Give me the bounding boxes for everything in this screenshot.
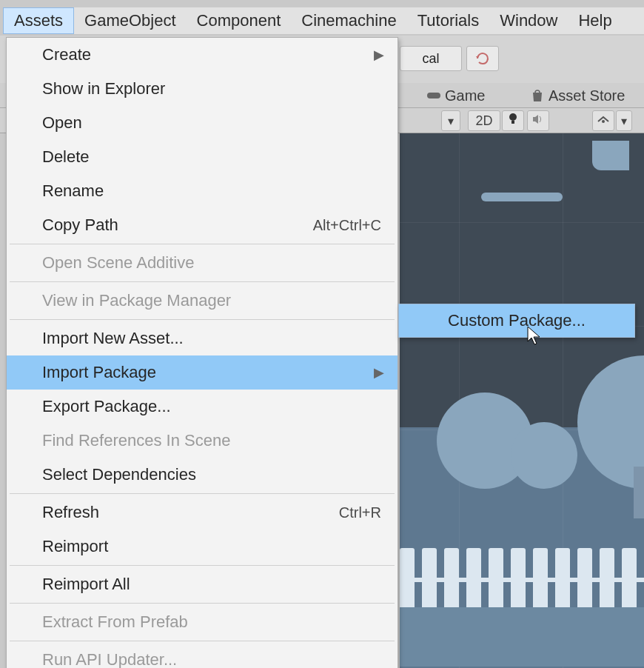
menu-separator — [10, 281, 395, 282]
menu-copy-path[interactable]: Copy Path Alt+Ctrl+C — [7, 208, 398, 242]
svg-point-1 — [509, 113, 517, 121]
tab-game-label: Game — [445, 87, 485, 104]
gizmos-toggle[interactable] — [592, 110, 614, 131]
menu-import-package[interactable]: Import Package ▶ — [7, 355, 398, 390]
shopping-bag-icon — [531, 89, 544, 102]
import-package-submenu: Custom Package... — [398, 304, 635, 338]
menu-item-label: Copy Path — [42, 216, 118, 235]
menu-item-label: Custom Package... — [448, 311, 586, 330]
mode-2d-toggle[interactable]: 2D — [468, 110, 500, 131]
menu-open[interactable]: Open — [7, 106, 398, 140]
menu-item-label: Select Dependencies — [42, 465, 196, 484]
menu-select-dependencies[interactable]: Select Dependencies — [7, 458, 398, 492]
menu-item-label: Extract From Prefab — [42, 612, 188, 632]
tab-game[interactable]: Game — [418, 83, 494, 108]
menu-shortcut: Alt+Ctrl+C — [313, 217, 381, 234]
menu-separator — [10, 319, 395, 320]
menu-item-label: Refresh — [42, 503, 99, 522]
menu-view-in-package-manager: View in Package Manager — [7, 284, 398, 318]
chevron-down-icon: ▾ — [448, 114, 454, 128]
tab-asset-store-label: Asset Store — [549, 87, 625, 104]
scene-tree-trunk — [634, 467, 644, 518]
svg-rect-2 — [511, 121, 514, 124]
menu-cinemachine[interactable]: Cinemachine — [291, 8, 406, 33]
menu-export-package[interactable]: Export Package... — [7, 390, 398, 424]
menu-item-label: Create — [42, 45, 91, 64]
menu-component[interactable]: Component — [187, 8, 292, 33]
speaker-icon — [532, 114, 544, 127]
menu-show-in-explorer[interactable]: Show in Explorer — [7, 72, 398, 106]
menu-item-label: Find References In Scene — [42, 431, 230, 450]
menu-separator — [10, 641, 395, 641]
menu-shortcut: Ctrl+R — [339, 504, 381, 521]
menu-reimport-all[interactable]: Reimport All — [7, 567, 398, 601]
pivot-toggle[interactable]: cal — [400, 46, 462, 71]
menu-assets[interactable]: Assets — [3, 7, 74, 34]
menu-item-label: Open Scene Additive — [42, 253, 194, 273]
scene-platform — [481, 193, 563, 201]
lighting-toggle[interactable] — [502, 110, 524, 131]
menu-extract-from-prefab: Extract From Prefab — [7, 605, 398, 639]
menu-separator — [10, 244, 395, 244]
menu-item-label: Export Package... — [42, 397, 171, 416]
menu-create[interactable]: Create ▶ — [7, 38, 398, 72]
gizmos-dropdown[interactable]: ▾ — [616, 110, 632, 131]
menu-gameobject[interactable]: GameObject — [74, 8, 187, 33]
menu-item-label: Rename — [42, 181, 104, 201]
menu-run-api-updater: Run API Updater... — [7, 643, 398, 668]
lightbulb-icon — [508, 113, 518, 129]
assets-dropdown: Create ▶ Show in Explorer Open Delete Re… — [6, 37, 398, 668]
menubar: Assets GameObject Component Cinemachine … — [3, 7, 644, 34]
scene-bush — [511, 422, 577, 489]
menu-item-label: Open — [42, 113, 82, 133]
menu-separator — [10, 493, 395, 494]
menu-item-label: Import New Asset... — [42, 329, 184, 348]
menu-find-references: Find References In Scene — [7, 424, 398, 458]
menu-help[interactable]: Help — [568, 8, 622, 33]
menu-open-scene-additive: Open Scene Additive — [7, 246, 398, 280]
chevron-right-icon: ▶ — [374, 364, 384, 381]
menu-separator — [10, 603, 395, 604]
scene-platform — [592, 141, 629, 170]
gizmo-icon — [597, 114, 610, 127]
menu-item-label: Import Package — [42, 363, 156, 382]
menu-window[interactable]: Window — [489, 8, 568, 33]
local-rotation-icon[interactable] — [466, 46, 499, 71]
svg-point-3 — [602, 120, 605, 123]
menu-rename[interactable]: Rename — [7, 174, 398, 208]
svg-rect-0 — [427, 93, 440, 98]
scene-fence-rail — [400, 578, 644, 582]
shading-dropdown[interactable]: ▾ — [441, 110, 460, 131]
menu-item-label: Show in Explorer — [42, 79, 165, 98]
tab-asset-store[interactable]: Asset Store — [522, 83, 634, 108]
menu-item-label: Reimport — [42, 537, 108, 556]
menu-item-label: Delete — [42, 147, 90, 167]
menu-item-label: View in Package Manager — [42, 291, 231, 310]
audio-toggle[interactable] — [527, 110, 549, 131]
menu-item-label: Reimport All — [42, 575, 130, 594]
submenu-custom-package[interactable]: Custom Package... — [399, 304, 634, 337]
menu-reimport[interactable]: Reimport — [7, 530, 398, 564]
chevron-right-icon: ▶ — [374, 47, 384, 63]
menu-separator — [10, 565, 395, 566]
menu-refresh[interactable]: Refresh Ctrl+R — [7, 495, 398, 530]
menu-item-label: Run API Updater... — [42, 650, 177, 668]
menu-import-new-asset[interactable]: Import New Asset... — [7, 321, 398, 355]
scene-viewport[interactable] — [400, 133, 644, 668]
scene-ground — [400, 607, 644, 667]
menu-tutorials[interactable]: Tutorials — [407, 8, 490, 33]
chevron-down-icon: ▾ — [621, 114, 627, 128]
menu-delete[interactable]: Delete — [7, 140, 398, 174]
game-icon — [427, 89, 440, 102]
